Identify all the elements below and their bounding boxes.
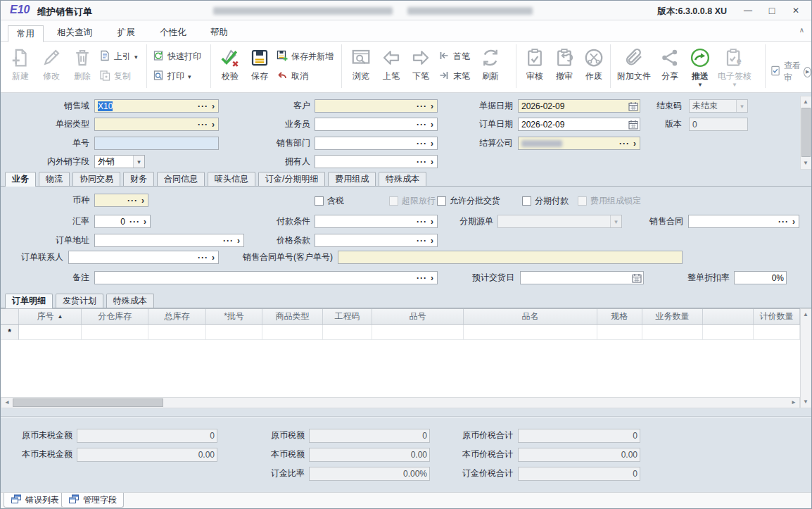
scroll-down-icon[interactable] [801,397,811,407]
column-header-item-name[interactable]: 品名 [464,309,597,324]
void-button[interactable]: 作废 [581,43,607,91]
column-header-seq[interactable]: 序号 [19,309,82,324]
column-header-project-code[interactable]: 工程码 [323,309,372,324]
next-record-button[interactable]: 下笔 [407,43,434,91]
tab-special-cost[interactable]: 特殊成本 [379,172,426,186]
lookup-icon[interactable] [414,273,429,283]
save-button[interactable]: 保存 [246,43,274,91]
doc-no-field[interactable] [94,137,219,150]
checkbox-icon[interactable] [522,196,531,206]
check-button[interactable]: 校验 [216,43,244,91]
chevron-icon[interactable] [429,236,437,246]
owner-field[interactable] [315,155,438,168]
new-button[interactable]: 新建 [6,43,34,91]
scroll-up-icon[interactable] [801,310,811,320]
last-record-button[interactable]: 末笔 [438,68,470,84]
delete-button[interactable]: 删除 [68,43,96,91]
calendar-icon[interactable] [632,273,642,283]
header-form-scrollbar[interactable] [800,96,812,170]
grid-new-row[interactable]: * [1,325,800,340]
scrollbar-thumb[interactable] [801,108,811,157]
attach-file-button[interactable]: 附加文件 [614,43,654,91]
copy-button[interactable]: 复制 [99,68,131,84]
lookup-icon[interactable] [617,139,632,149]
menu-tab-personalize[interactable]: 个性化 [151,25,195,41]
lookup-icon[interactable] [196,120,210,130]
expand-icon[interactable] [804,67,811,77]
sales-contract-field[interactable] [688,215,799,228]
grid-h-scrollbar[interactable] [1,397,800,408]
lookup-icon[interactable] [125,196,140,206]
save-and-new-button[interactable]: 保存并新增 [277,49,334,64]
menu-tab-extend[interactable]: 扩展 [109,25,144,41]
chevron-icon[interactable] [210,120,218,130]
chevron-icon[interactable] [791,217,799,227]
column-header-spec[interactable]: 规格 [597,309,642,324]
customer-field[interactable] [315,99,438,113]
lookup-icon[interactable] [414,139,429,149]
menu-tab-common[interactable]: 常用 [8,25,44,42]
view-approval-flow-button[interactable]: 查看审 [770,60,811,84]
currency-field[interactable] [94,194,148,207]
tab-collab-trade[interactable]: 协同交易 [72,172,120,186]
installment-checkbox[interactable]: 分期付款 [522,195,569,206]
maximize-button[interactable] [762,4,782,18]
close-button[interactable] [786,4,806,18]
order-address-field[interactable] [94,234,244,247]
lookup-icon[interactable] [414,120,429,130]
print-button[interactable]: 打印 [153,68,191,84]
tab-order-detail[interactable]: 订单明细 [5,294,53,308]
column-header-total-stock[interactable]: 总库存 [148,309,206,324]
checkbox-icon[interactable] [315,196,324,206]
tab-logistics[interactable]: 物流 [39,172,70,186]
sales-dept-field[interactable] [315,137,438,150]
over-limit-checkbox[interactable]: 超限放行 [389,195,436,206]
column-header-price-qty[interactable]: 计价数量 [754,309,800,324]
scroll-left-icon[interactable] [2,398,12,408]
grid-cell[interactable] [597,325,642,340]
cancel-button[interactable]: 取消 [277,68,308,84]
management-fields-tab[interactable]: 管理字段 [61,493,124,508]
refresh-button[interactable]: 刷新 [476,43,505,91]
previous-record-button[interactable]: 上笔 [378,43,405,91]
grid-cell[interactable] [19,325,82,340]
fee-lock-checkbox[interactable]: 费用组成锁定 [578,195,641,206]
tab-business[interactable]: 业务 [5,172,36,187]
error-list-tab[interactable]: 错误列表 [4,493,66,508]
partial-delivery-checkbox[interactable]: 允许分批交货 [437,195,500,206]
scroll-up-icon[interactable] [801,97,811,107]
column-header-product-type[interactable]: 商品类型 [262,309,323,324]
remark-field[interactable] [94,271,438,284]
column-header-batch-no[interactable]: *批号 [206,309,262,324]
scrollbar-thumb[interactable] [13,398,163,407]
approve-button[interactable]: 审核 [521,43,548,91]
first-record-button[interactable]: 首笔 [438,49,470,64]
grid-v-scrollbar[interactable] [800,308,812,408]
tab-finance[interactable]: 财务 [123,172,154,186]
lookup-icon[interactable] [414,236,429,246]
lookup-icon[interactable] [414,157,429,167]
collapse-ribbon-icon[interactable] [799,26,804,34]
lookup-icon[interactable] [196,253,210,263]
lookup-icon[interactable] [776,217,791,227]
esign-button[interactable]: e 电子签核 ▼ [716,43,754,91]
push-button[interactable]: 推送 ▼ [686,43,714,91]
grid-cell[interactable] [323,325,372,340]
tab-contract-info[interactable]: 合同信息 [157,172,205,186]
order-contact-field[interactable] [68,251,219,264]
tab-special-cost-detail[interactable]: 特殊成本 [106,294,154,308]
version-field[interactable]: 0 [689,118,748,131]
column-header-warehouse-stock[interactable]: 分仓库存 [82,309,148,324]
grid-cell[interactable] [82,325,148,340]
minimize-button[interactable] [738,4,758,18]
tab-shipping-mark[interactable]: 唛头信息 [208,172,255,186]
tax-included-checkbox[interactable]: 含税 [315,195,344,206]
lookup-icon[interactable] [127,217,142,227]
settle-company-field[interactable] [518,137,640,150]
chevron-icon[interactable] [429,157,437,167]
scroll-right-icon[interactable] [789,398,799,408]
exchange-rate-field[interactable]: 0 [94,215,151,228]
pull-up-button[interactable]: 上引 [99,49,138,64]
grid-cell[interactable] [703,325,754,340]
grid-cell[interactable] [262,325,323,340]
